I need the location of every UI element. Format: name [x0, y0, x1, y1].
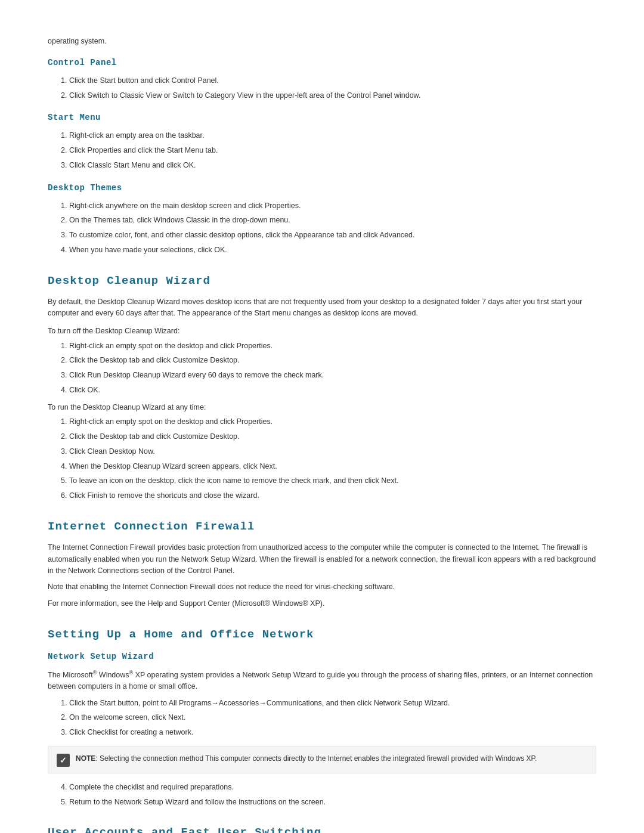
section-control-panel: Control Panel Click the Start button and… — [48, 57, 596, 101]
note-text: NOTE: Selecting the connection method Th… — [76, 753, 537, 764]
list-item: When the Desktop Cleanup Wizard screen a… — [69, 461, 596, 472]
list-item: Click Clean Desktop Now. — [69, 446, 596, 457]
section-desktop-themes: Desktop Themes Right-click anywhere on t… — [48, 182, 596, 256]
list-item: On the Themes tab, click Windows Classic… — [69, 215, 596, 226]
list-item: Click Properties and click the Start Men… — [69, 145, 596, 156]
list-item: Right-click an empty spot on the desktop… — [69, 340, 596, 352]
control-panel-heading: Control Panel — [48, 57, 596, 69]
control-panel-list: Click the Start button and click Control… — [69, 75, 596, 101]
list-item: To leave an icon on the desktop, click t… — [69, 475, 596, 487]
list-item: Click the Start button and click Control… — [69, 75, 596, 86]
desktop-cleanup-wizard-heading: Desktop Cleanup Wizard — [48, 272, 596, 290]
icf-para-3: For more information, see the Help and S… — [48, 598, 596, 609]
run-anytime-label: To run the Desktop Cleanup Wizard at any… — [48, 402, 596, 413]
list-item: When you have made your selections, clic… — [69, 244, 596, 256]
section-desktop-cleanup-wizard: Desktop Cleanup Wizard By default, the D… — [48, 272, 596, 501]
section-setting-up-network: Setting Up a Home and Office Network Net… — [48, 626, 596, 807]
list-item: Right-click an empty area on the taskbar… — [69, 130, 596, 141]
note-box: ✓ NOTE: Selecting the connection method … — [48, 747, 596, 773]
list-item: To customize color, font, and other clas… — [69, 230, 596, 241]
section-start-menu: Start Menu Right-click an empty area on … — [48, 112, 596, 171]
setting-up-network-heading: Setting Up a Home and Office Network — [48, 626, 596, 643]
list-item: Right-click anywhere on the main desktop… — [69, 200, 596, 212]
list-item: Click the Desktop tab and click Customiz… — [69, 431, 596, 442]
section-user-accounts: User Accounts and Fast User Switching — [48, 824, 596, 833]
internet-connection-firewall-heading: Internet Connection Firewall — [48, 518, 596, 535]
desktop-themes-heading: Desktop Themes — [48, 182, 596, 194]
run-anytime-list: Right-click an empty spot on the desktop… — [69, 416, 596, 501]
turn-off-list: Right-click an empty spot on the desktop… — [69, 340, 596, 396]
start-menu-heading: Start Menu — [48, 112, 596, 124]
section-internet-connection-firewall: Internet Connection Firewall The Interne… — [48, 518, 596, 609]
list-item: Click the Desktop tab and click Customiz… — [69, 355, 596, 366]
list-item: Return to the Network Setup Wizard and f… — [69, 797, 596, 808]
desktop-cleanup-intro: By default, the Desktop Cleanup Wizard m… — [48, 296, 596, 320]
turn-off-label: To turn off the Desktop Cleanup Wizard: — [48, 326, 596, 337]
start-menu-list: Right-click an empty area on the taskbar… — [69, 130, 596, 171]
list-item: Right-click an empty spot on the desktop… — [69, 416, 596, 428]
icf-para-2: Note that enabling the Internet Connecti… — [48, 581, 596, 593]
network-setup-intro: The Microsoft® Windows® XP operating sys… — [48, 669, 596, 693]
list-item: Click Run Desktop Cleanup Wizard every 6… — [69, 370, 596, 381]
list-item: Click OK. — [69, 385, 596, 396]
section-network-setup-wizard: Network Setup Wizard The Microsoft® Wind… — [48, 651, 596, 808]
network-setup-wizard-heading: Network Setup Wizard — [48, 651, 596, 663]
intro-text: operating system. — [48, 36, 596, 47]
icf-para-1: The Internet Connection Firewall provide… — [48, 542, 596, 577]
list-item: Complete the checklist and required prep… — [69, 782, 596, 793]
note-icon: ✓ — [57, 754, 70, 767]
list-item: Click Checklist for creating a network. — [69, 727, 596, 738]
network-setup-list: Click the Start button, point to All Pro… — [69, 698, 596, 738]
desktop-themes-list: Right-click anywhere on the main desktop… — [69, 200, 596, 256]
list-item: On the welcome screen, click Next. — [69, 712, 596, 723]
list-item: Click Switch to Classic View or Switch t… — [69, 90, 596, 101]
user-accounts-heading: User Accounts and Fast User Switching — [48, 824, 596, 833]
list-item: Click Classic Start Menu and click OK. — [69, 160, 596, 171]
list-item: Click Finish to remove the shortcuts and… — [69, 490, 596, 501]
svg-text:✓: ✓ — [60, 755, 67, 765]
list-item: Click the Start button, point to All Pro… — [69, 698, 596, 709]
network-setup-list-continued: Complete the checklist and required prep… — [69, 782, 596, 808]
